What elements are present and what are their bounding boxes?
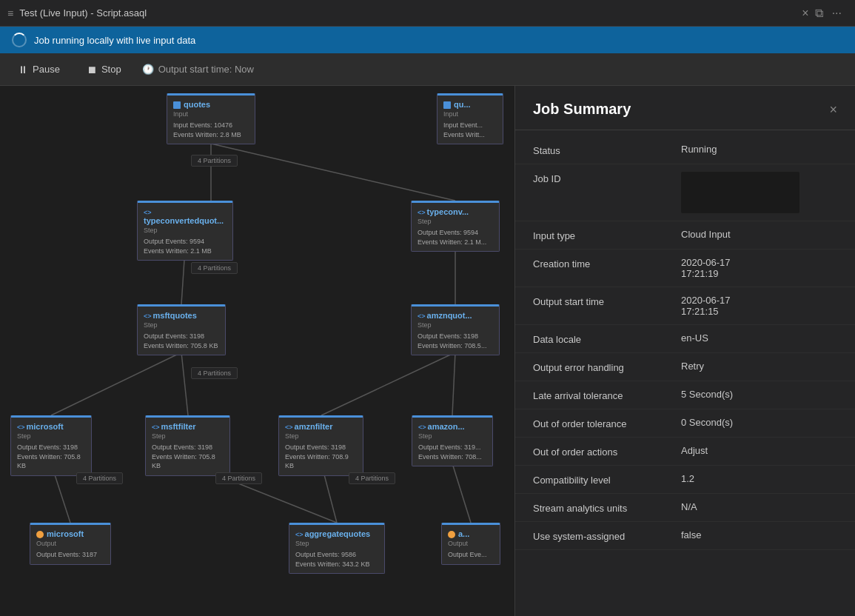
summary-row: StatusRunning xyxy=(515,136,855,164)
partitions-label: 4 Partitions xyxy=(76,472,123,484)
tab-close-button[interactable]: × xyxy=(802,7,808,19)
node-stats: Input Event...Events Writt... xyxy=(443,121,497,139)
node-type: Output xyxy=(36,540,104,547)
diagram-node[interactable]: <>microsoft Step Output Events: 3198Even… xyxy=(10,415,92,476)
node-title: <>msftquotes xyxy=(144,311,219,320)
node-type: Step xyxy=(17,432,85,440)
stop-button[interactable]: ⏹ Stop xyxy=(81,61,127,78)
node-title: qu... xyxy=(443,100,497,109)
title-bar: ≡ Test (Live Input) - Script.asaql × ⧉ ·… xyxy=(0,0,855,27)
summary-value: Cloud Input xyxy=(681,229,837,240)
summary-label: Late arrival tolerance xyxy=(533,389,681,401)
step-icon: <> xyxy=(144,209,152,216)
step-icon: <> xyxy=(152,424,160,431)
node-stats: Output Events: 3198Events Written: 708.9… xyxy=(285,443,357,471)
diagram-node[interactable]: <>amznquot... Step Output Events: 3198Ev… xyxy=(411,304,500,355)
summary-value: 0 Second(s) xyxy=(681,417,837,428)
diagram-area[interactable]: quotes Input Input Events: 10476Events W… xyxy=(0,86,514,616)
summary-row: Output start time2020-06-17 17:21:15 xyxy=(515,287,855,325)
summary-value: 1.2 xyxy=(681,473,837,484)
node-title: <>amznquot... xyxy=(418,311,493,320)
diagram-node[interactable]: <>msftquotes Step Output Events: 3198Eve… xyxy=(137,304,226,355)
toolbar: ⏸ Pause ⏹ Stop 🕐 Output start time: Now xyxy=(0,53,855,86)
node-stats: Output Events: 3187 xyxy=(36,550,104,560)
summary-row: Out of order actionsAdjust xyxy=(515,438,855,466)
node-title: <>msftfilter xyxy=(152,422,224,431)
diagram-node[interactable]: <>typeconv... Step Output Events: 9594Ev… xyxy=(411,201,500,252)
more-actions-button[interactable]: ··· xyxy=(832,7,842,20)
panel-close-button[interactable]: × xyxy=(829,103,837,116)
node-title: <>amazon... xyxy=(418,422,486,431)
summary-row: Stream analytics unitsN/A xyxy=(515,494,855,522)
summary-value: Adjust xyxy=(681,445,837,456)
summary-row: Creation time2020-06-17 17:21:19 xyxy=(515,250,855,287)
step-icon: <> xyxy=(144,312,152,320)
stop-label: Stop xyxy=(101,64,121,75)
pause-button[interactable]: ⏸ Pause xyxy=(12,61,66,78)
node-type: Step xyxy=(295,540,378,547)
node-stats: Output Events: 3198Events Written: 705.8… xyxy=(152,443,224,471)
node-type: Step xyxy=(285,432,357,440)
clock-icon: 🕐 xyxy=(142,64,154,75)
summary-value: en-US xyxy=(681,332,837,344)
summary-row: Output error handlingRetry xyxy=(515,353,855,381)
node-type: Step xyxy=(152,432,224,440)
diagram-node[interactable]: <>amazon... Step Output Events: 319...Ev… xyxy=(412,415,493,466)
diagram-node[interactable]: <>typeconvertedquot... Step Output Event… xyxy=(137,201,233,261)
summary-label: Creation time xyxy=(533,257,681,270)
step-icon: <> xyxy=(295,531,304,538)
summary-label: Compatibility level xyxy=(533,473,681,486)
summary-table: StatusRunningJob IDInput typeCloud Input… xyxy=(515,130,855,556)
split-editor-button[interactable]: ⧉ xyxy=(815,7,823,20)
node-stats: Input Events: 10476Events Written: 2.8 M… xyxy=(173,121,249,139)
job-id-box xyxy=(681,172,799,213)
node-type: Step xyxy=(418,432,486,440)
node-stats: Output Eve... xyxy=(448,550,494,560)
node-title: microsoft xyxy=(36,529,104,538)
node-type: Step xyxy=(418,321,493,329)
diagram-node[interactable]: microsoft Output Output Events: 3187 xyxy=(30,523,111,565)
node-stats: Output Events: 3198Events Written: 705.8… xyxy=(17,443,85,471)
pause-label: Pause xyxy=(33,64,60,75)
diagram-node[interactable]: <>amznfilter Step Output Events: 3198Eve… xyxy=(278,415,363,476)
output-time-display: 🕐 Output start time: Now xyxy=(142,64,254,75)
node-title: quotes xyxy=(173,100,249,109)
summary-label: Status xyxy=(533,144,681,156)
summary-row: Out of order tolerance0 Second(s) xyxy=(515,409,855,438)
step-icon: <> xyxy=(285,424,293,431)
diagram-node[interactable]: <>msftfilter Step Output Events: 3198Eve… xyxy=(145,415,230,476)
summary-label: Data locale xyxy=(533,332,681,345)
summary-label: Use system-assigned xyxy=(533,529,681,542)
step-icon: <> xyxy=(418,312,426,320)
partitions-label: 4 Partitions xyxy=(349,472,395,484)
input-icon xyxy=(173,101,181,109)
diagram-node[interactable]: qu... Input Input Event...Events Writt..… xyxy=(437,93,503,144)
step-icon: <> xyxy=(418,424,426,431)
window-controls: ⧉ ··· xyxy=(815,7,842,20)
job-summary-panel: Job Summary × StatusRunningJob IDInput t… xyxy=(514,86,855,616)
partitions-label: 4 Partitions xyxy=(191,367,238,379)
summary-label: Out of order actions xyxy=(533,445,681,458)
summary-label: Out of order tolerance xyxy=(533,417,681,429)
diagram-node[interactable]: a... Output Output Eve... xyxy=(441,523,500,565)
panel-title: Job Summary xyxy=(533,101,631,118)
node-title: <>microsoft xyxy=(17,422,85,431)
summary-label: Output error handling xyxy=(533,361,681,373)
partitions-label: 4 Partitions xyxy=(215,472,262,484)
node-title: <>typeconvertedquot... xyxy=(144,207,227,225)
node-type: Step xyxy=(418,218,493,225)
summary-value: 2020-06-17 17:21:19 xyxy=(681,257,837,279)
summary-label: Stream analytics units xyxy=(533,501,681,514)
output-icon xyxy=(448,531,455,538)
node-type: Step xyxy=(144,321,219,329)
node-title: a... xyxy=(448,529,494,538)
diagram-canvas: quotes Input Input Events: 10476Events W… xyxy=(0,86,514,616)
diagram-node[interactable]: <>aggregatequotes Step Output Events: 95… xyxy=(289,523,385,574)
summary-row: Job ID xyxy=(515,164,855,221)
output-time-label: Output start time: Now xyxy=(158,64,254,75)
summary-value: Running xyxy=(681,144,837,155)
node-stats: Output Events: 9586Events Written: 343.2… xyxy=(295,550,378,569)
summary-value: 2020-06-17 17:21:15 xyxy=(681,295,837,317)
summary-row: Late arrival tolerance5 Second(s) xyxy=(515,381,855,409)
diagram-node[interactable]: quotes Input Input Events: 10476Events W… xyxy=(167,93,255,144)
